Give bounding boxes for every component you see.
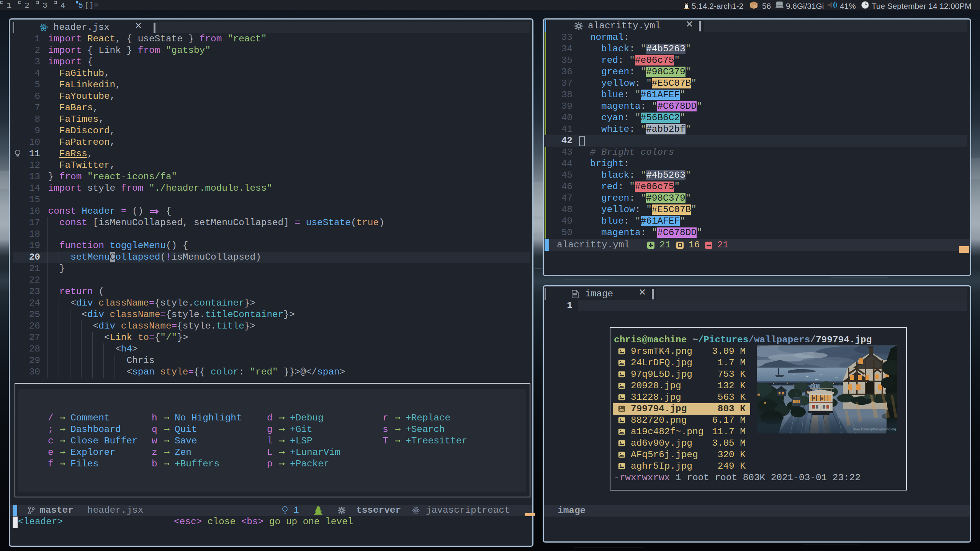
svg-text:www.DesktopBackground.org: www.DesktopBackground.org xyxy=(853,427,896,431)
